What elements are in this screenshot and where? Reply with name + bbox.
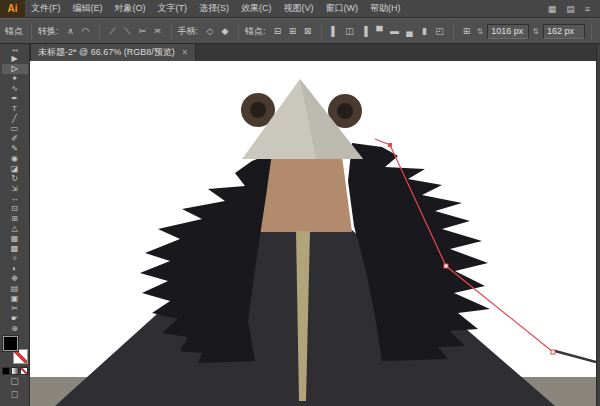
color-button[interactable] <box>2 367 10 375</box>
scale-tool[interactable]: ⇲ <box>2 184 28 194</box>
direct-selection-tool[interactable]: ▷ <box>2 64 28 74</box>
document-area: 未标题-2* @ 66.67% (RGB8/预览) × <box>30 44 596 406</box>
align-icon-group: ▌◫▐▀▬▄▮◰ <box>328 24 447 39</box>
menu-select[interactable]: 选择(S) <box>193 0 235 18</box>
selection-tool[interactable]: ▶ <box>2 54 28 64</box>
handles-icon-group: ◇◆ <box>203 24 232 39</box>
mesh-tool[interactable]: ▦ <box>2 234 28 244</box>
symbol-sprayer-tool[interactable]: ❉ <box>2 274 28 284</box>
line-tool[interactable]: ╱ <box>2 114 28 124</box>
document-tab-bar: 未标题-2* @ 66.67% (RGB8/预览) × <box>30 44 596 61</box>
menu-bar: Ai 文件(F)编辑(E)对象(O)文字(T)选择(S)效果(C)视图(V)窗口… <box>0 0 600 18</box>
cut-path-icon[interactable]: ✂ <box>136 24 150 39</box>
menu-effect[interactable]: 效果(C) <box>235 0 278 18</box>
menu-help[interactable]: 帮助(H) <box>364 0 407 18</box>
menu-view[interactable]: 视图(V) <box>278 0 320 18</box>
path-anchor-point[interactable] <box>551 350 555 354</box>
app-logo[interactable]: Ai <box>0 0 25 18</box>
gradient-tool[interactable]: ▩ <box>2 244 28 254</box>
hide-handles-icon[interactable]: ◆ <box>218 24 232 39</box>
y-coordinate-field[interactable]: 162 px <box>543 24 585 39</box>
arrange-documents-icon[interactable]: ▦ <box>544 4 561 14</box>
menu-object[interactable]: 对象(O) <box>109 0 152 18</box>
menu-file[interactable]: 文件(F) <box>25 0 67 18</box>
right-ear-inner-shape[interactable] <box>337 103 353 119</box>
align-center-icon[interactable]: ◫ <box>343 24 357 39</box>
slice-tool[interactable]: ✂ <box>2 304 28 314</box>
join-path-icon[interactable]: ⊞ <box>286 24 300 39</box>
handles-label: 手柄: <box>178 25 201 38</box>
path-anchor-point[interactable] <box>388 143 392 147</box>
rotate-tool[interactable]: ↻ <box>2 174 28 184</box>
pencil-tool[interactable]: ✎ <box>2 144 28 154</box>
gradient-button[interactable] <box>11 367 19 375</box>
zoom-tool[interactable]: ⊕ <box>2 324 28 334</box>
connect-path-icon[interactable]: ≍ <box>151 24 165 39</box>
none-button[interactable] <box>20 367 28 375</box>
x-coordinate-field[interactable]: 1016 px <box>487 24 529 39</box>
color-mode-buttons <box>2 367 28 375</box>
menu-window[interactable]: 窗口(W) <box>320 0 365 18</box>
type-tool[interactable]: T <box>2 104 28 114</box>
menubar-right-icons: ▦▤≡ <box>544 4 600 14</box>
shape-builder-tool[interactable]: ⊞ <box>2 214 28 224</box>
perspective-grid-tool[interactable]: △ <box>2 224 28 234</box>
show-handles-icon[interactable]: ◇ <box>203 24 217 39</box>
distribute-h-icon[interactable]: ▮ <box>418 24 432 39</box>
canvas[interactable] <box>30 61 596 406</box>
convert-label: 转换: <box>38 25 61 38</box>
drawing-mode-icon[interactable]: ▢ <box>10 375 19 388</box>
graph-tool[interactable]: ▤ <box>2 284 28 294</box>
distribute-v-icon[interactable]: ◰ <box>433 24 447 39</box>
lasso-tool[interactable]: ∿ <box>2 84 28 94</box>
paintbrush-tool[interactable]: ✐ <box>2 134 28 144</box>
magic-wand-tool[interactable]: ✦ <box>2 74 28 84</box>
y-stepper-icon[interactable]: ⇅ <box>532 27 539 36</box>
eyedropper-tool[interactable]: ✧ <box>2 254 28 264</box>
align-left-icon[interactable]: ▌ <box>328 24 342 39</box>
convert-to-corner-icon[interactable]: ∧ <box>64 24 78 39</box>
separator <box>171 23 172 40</box>
blend-tool[interactable]: ◐ <box>2 264 28 274</box>
rectangle-tool[interactable]: ▭ <box>2 124 28 134</box>
collapsed-panel-strip[interactable] <box>596 44 600 406</box>
align-top-icon[interactable]: ▀ <box>373 24 387 39</box>
align-right-icon[interactable]: ▐ <box>358 24 372 39</box>
main-area: ◂◂ ▶▷✦∿✒T╱▭✐✎◉◪↻⇲↔⊡⊞△▦▩✧◐❉▤▣✂☛⊕ ▢ ◻ 未标题-… <box>0 44 600 406</box>
app-bar-menu-icon[interactable]: ≡ <box>581 4 594 14</box>
separator <box>238 23 239 40</box>
collapse-toolbar-icon[interactable]: ◂◂ <box>11 44 17 54</box>
document-tab[interactable]: 未标题-2* @ 66.67% (RGB8/预览) × <box>30 44 196 61</box>
reference-point-icon[interactable]: ⊞ <box>460 24 474 39</box>
width-tool[interactable]: ↔ <box>2 194 28 204</box>
hand-tool[interactable]: ☛ <box>2 314 28 324</box>
add-anchor-icon[interactable]: ⟍ <box>121 24 135 39</box>
close-tab-icon[interactable]: × <box>182 47 188 58</box>
convert-to-smooth-icon[interactable]: ◠ <box>79 24 93 39</box>
align-middle-icon[interactable]: ▬ <box>388 24 402 39</box>
blob-brush-tool[interactable]: ◉ <box>2 154 28 164</box>
isolate-selection-icon[interactable]: ⊠ <box>301 24 315 39</box>
remove-anchor-icon[interactable]: ⟋ <box>106 24 120 39</box>
free-transform-tool[interactable]: ⊡ <box>2 204 28 214</box>
menu-edit[interactable]: 编辑(E) <box>67 0 109 18</box>
menu-type[interactable]: 文字(T) <box>152 0 194 18</box>
eraser-tool[interactable]: ◪ <box>2 164 28 174</box>
left-ear-inner-shape[interactable] <box>250 102 266 118</box>
menu-list: 文件(F)编辑(E)对象(O)文字(T)选择(S)效果(C)视图(V)窗口(W)… <box>25 0 407 18</box>
x-stepper-icon[interactable]: ⇅ <box>477 27 484 36</box>
delete-anchor-icon[interactable]: ⊟ <box>271 24 285 39</box>
path-anchor-point[interactable] <box>444 264 448 268</box>
fill-swatch[interactable] <box>3 336 18 351</box>
control-bar: 锚点 转换: ∧◠ ⟋⟍✂≍ 手柄: ◇◆ 锚点: ⊟⊞⊠ ▌◫▐▀▬▄▮◰ ⊞… <box>0 18 600 44</box>
stroke-swatch[interactable] <box>13 349 28 364</box>
anchors-icon-group: ⊟⊞⊠ <box>271 24 315 39</box>
fill-stroke-swatches <box>2 336 28 364</box>
pen-tool[interactable]: ✒ <box>2 94 28 104</box>
artwork-svg <box>30 61 596 406</box>
workspace-switcher-icon[interactable]: ▤ <box>562 4 579 14</box>
illustrator-window: Ai 文件(F)编辑(E)对象(O)文字(T)选择(S)效果(C)视图(V)窗口… <box>0 0 600 406</box>
screen-mode-icon[interactable]: ◻ <box>11 388 18 401</box>
align-bottom-icon[interactable]: ▄ <box>403 24 417 39</box>
artboard-tool[interactable]: ▣ <box>2 294 28 304</box>
